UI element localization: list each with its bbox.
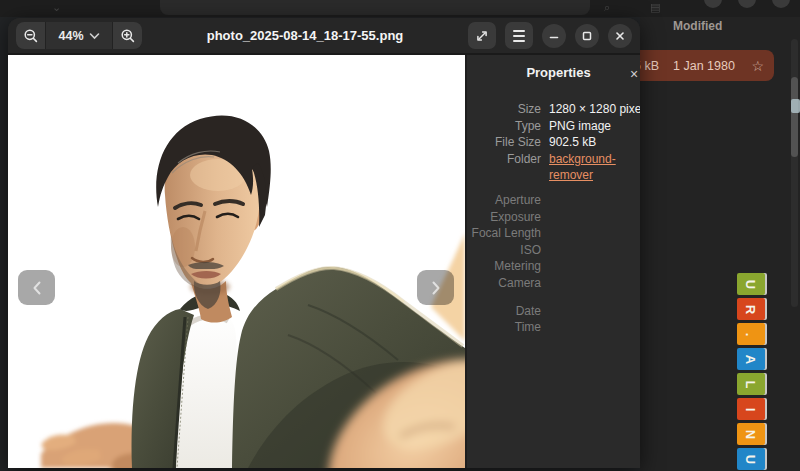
properties-title: Properties <box>467 65 640 80</box>
zoom-out-icon <box>23 28 39 44</box>
image-canvas <box>8 55 465 468</box>
watermark-tile: L <box>737 373 765 395</box>
property-label: Time <box>467 319 541 336</box>
window-control-dot[interactable] <box>772 0 790 8</box>
viewer-content: Properties × Size 1280 × 1280 pixels Typ… <box>8 55 640 468</box>
maximize-icon <box>581 30 593 42</box>
property-row-date: Date <box>467 303 640 320</box>
property-row-camera: Camera <box>467 275 640 292</box>
search-icon[interactable]: ⌕ <box>604 1 610 14</box>
chevron-down-icon <box>89 32 100 40</box>
watermark-tile: N <box>737 423 765 445</box>
headerbar-buttons <box>468 22 632 49</box>
image-viewer-window: 44% photo_2025-08-14_18-17-55.png <box>8 18 640 468</box>
property-value: 902.5 kB <box>549 134 640 151</box>
zoom-level-dropdown[interactable]: 44% <box>46 22 112 49</box>
chevron-down-icon[interactable]: ⌄ <box>52 1 61 14</box>
property-row-metering: Metering <box>467 258 640 275</box>
desktop: ⌄ ⌕ ▤ Modified 5 kB 1 Jan 1980 ☆ U R . A… <box>0 0 800 471</box>
file-thumbnail-icon <box>791 99 800 113</box>
scrollbar-thumb[interactable] <box>791 77 798 157</box>
next-image-button[interactable] <box>417 270 454 305</box>
chevron-right-icon <box>429 280 443 296</box>
property-row-iso: ISO <box>467 242 640 259</box>
selected-file-row[interactable]: 5 kB 1 Jan 1980 ☆ <box>624 50 774 81</box>
background-window-controls <box>704 0 790 8</box>
maximize-button[interactable] <box>575 24 599 48</box>
properties-panel: Properties × Size 1280 × 1280 pixels Typ… <box>465 55 640 468</box>
property-label: ISO <box>467 242 541 259</box>
property-row-type: Type PNG image <box>467 118 640 135</box>
property-row-filesize: File Size 902.5 kB <box>467 134 640 151</box>
watermark-tile: R <box>737 298 765 320</box>
zoom-controls: 44% <box>16 22 142 49</box>
fullscreen-icon <box>474 28 490 44</box>
property-row-folder: Folder background-remover <box>467 151 640 184</box>
zoom-in-icon <box>120 28 136 44</box>
property-label: Camera <box>467 275 541 292</box>
property-row-focal-length: Focal Length <box>467 225 640 242</box>
property-label: Metering <box>467 258 541 275</box>
window-control-dot[interactable] <box>704 0 722 8</box>
column-header-modified[interactable]: Modified <box>673 19 722 33</box>
property-row-exposure: Exposure <box>467 209 640 226</box>
property-label: Folder <box>467 151 541 184</box>
property-row-time: Time <box>467 319 640 336</box>
property-label: Size <box>467 101 541 118</box>
property-value: 1280 × 1280 pixels <box>549 101 640 118</box>
close-icon <box>614 30 626 42</box>
view-toggle-icon[interactable]: ▤ <box>650 1 660 14</box>
property-label: File Size <box>467 134 541 151</box>
scrollbar[interactable] <box>791 39 798 307</box>
minimize-icon <box>548 30 560 42</box>
minimize-button[interactable] <box>542 24 566 48</box>
watermark-tile: A <box>737 348 765 370</box>
hamburger-icon <box>513 30 525 42</box>
background-pathbar[interactable] <box>160 0 590 15</box>
watermark-tile: I <box>737 398 765 420</box>
background-toolbar: ⌄ ⌕ ▤ <box>0 0 800 17</box>
folder-link[interactable]: background-remover <box>549 151 640 184</box>
properties-close-icon[interactable]: × <box>630 64 638 84</box>
previous-image-button[interactable] <box>18 270 55 305</box>
property-label: Type <box>467 118 541 135</box>
window-title: photo_2025-08-14_18-17-55.png <box>142 28 468 43</box>
zoom-in-button[interactable] <box>113 22 142 49</box>
zoom-out-button[interactable] <box>16 22 45 49</box>
file-list-pane: Modified 5 kB 1 Jan 1980 ☆ <box>640 17 800 471</box>
headerbar: 44% photo_2025-08-14_18-17-55.png <box>8 18 640 55</box>
property-value: PNG image <box>549 118 640 135</box>
watermark-tile: U <box>737 448 765 470</box>
chevron-left-icon <box>30 280 44 296</box>
photo-image <box>8 55 465 468</box>
property-label: Aperture <box>467 192 541 209</box>
watermark-unila-ru: U R . A L I N U <box>737 273 765 471</box>
property-label: Date <box>467 303 541 320</box>
fullscreen-button[interactable] <box>468 22 496 49</box>
property-label: Focal Length <box>467 225 541 242</box>
zoom-level-value: 44% <box>58 29 83 43</box>
property-row-aperture: Aperture <box>467 192 640 209</box>
main-menu-button[interactable] <box>505 22 533 49</box>
property-label: Exposure <box>467 209 541 226</box>
close-button[interactable] <box>608 24 632 48</box>
window-control-dot[interactable] <box>738 0 756 8</box>
star-icon[interactable]: ☆ <box>751 58 764 74</box>
property-row-size: Size 1280 × 1280 pixels <box>467 101 640 118</box>
watermark-tile: U <box>737 273 765 295</box>
watermark-tile: . <box>737 323 765 345</box>
file-modified-cell: 1 Jan 1980 <box>673 59 735 73</box>
